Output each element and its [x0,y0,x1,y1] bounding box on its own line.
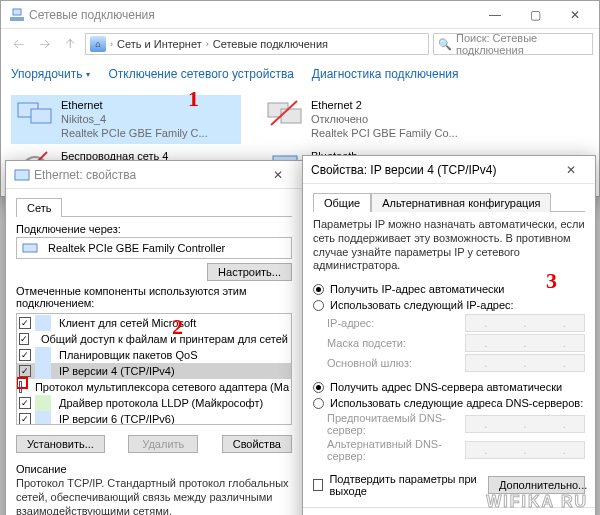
svg-rect-5 [281,109,301,123]
svg-rect-13 [35,315,51,331]
components-list[interactable]: ✓Клиент для сетей Microsoft ✓Общий досту… [16,313,292,425]
svg-rect-16 [35,363,51,379]
ethernet-icon [267,99,303,129]
titlebar[interactable]: Свойства: IP версии 4 (TCP/IPv4) ✕ [303,156,595,184]
svg-rect-1 [13,9,21,15]
ipv4-properties-dialog: Свойства: IP версии 4 (TCP/IPv4) ✕ Общие… [302,155,596,515]
confirm-checkbox[interactable] [313,479,323,491]
checkbox[interactable]: ✓ [19,349,31,361]
conn-name: Ethernet 2 [311,99,458,113]
advanced-button[interactable]: Дополнительно... [488,476,585,494]
dialog-title: Свойства: IP версии 4 (TCP/IPv4) [311,163,551,177]
chevron-down-icon: ▾ [86,70,90,79]
toolbar: Упорядочить▾ Отключение сетевого устройс… [1,59,599,89]
breadcrumb[interactable]: ⌂ › Сеть и Интернет › Сетевые подключени… [85,33,429,55]
forward-button[interactable]: 🡢 [33,33,55,55]
network-icon [9,7,25,23]
close-button[interactable]: ✕ [551,156,591,184]
tab-general[interactable]: Общие [313,193,371,212]
ethernet-properties-dialog: Ethernet: свойства ✕ Сеть Подключение че… [5,160,303,515]
search-input[interactable]: 🔍 Поиск: Сетевые подключения [433,33,593,55]
ip-input: ... [465,314,585,332]
comp-icon [35,315,51,331]
dns1-label: Предпочитаемый DNS-сервер: [327,412,459,436]
dns1-input: ... [465,415,585,433]
configure-button[interactable]: Настроить... [207,263,292,281]
tab-alt-config[interactable]: Альтернативная конфигурация [371,193,551,212]
description-text: Протокол TCP/IP. Стандартный протокол гл… [16,477,292,515]
crumb-2[interactable]: Сетевые подключения [213,38,328,50]
checkbox[interactable]: ✓ [19,365,31,377]
checkbox[interactable]: ✓ [19,333,29,345]
checkbox[interactable]: ✓ [19,413,31,425]
ethernet-icon [17,99,53,129]
svg-rect-18 [35,395,51,411]
nav-row: 🡠 🡢 🡡 ⌂ › Сеть и Интернет › Сетевые подк… [1,29,599,59]
comp-icon [35,395,51,411]
adapter-name: Realtek PCIe GBE Family Controller [48,242,225,254]
window-title: Сетевые подключения [29,8,475,22]
tabstrip: Общие Альтернативная конфигурация [313,192,585,212]
tabstrip: Сеть [16,197,292,217]
dns2-label: Альтернативный DNS-сервер: [327,438,459,462]
network-icon [14,167,30,183]
conn-name: Ethernet [61,99,208,113]
titlebar[interactable]: Сетевые подключения — ▢ ✕ [1,1,599,29]
conn-line3: Realtek PCI GBE Family Co... [311,127,458,141]
dns2-input: ... [465,441,585,459]
search-icon: 🔍 [438,38,452,51]
components-label: Отмеченные компоненты используются этим … [16,285,292,309]
up-button[interactable]: 🡡 [59,33,81,55]
svg-rect-12 [23,244,37,252]
radio-ip-manual[interactable] [313,300,324,311]
comp-icon [35,411,51,425]
back-button[interactable]: 🡠 [7,33,29,55]
adapter-field: Realtek PCIe GBE Family Controller [16,237,292,259]
info-text: Параметры IP можно назначать автоматичес… [313,218,585,273]
search-placeholder: Поиск: Сетевые подключения [456,32,588,56]
radio-ip-auto[interactable] [313,284,324,295]
conn-line2: Nikitos_4 [61,113,208,127]
close-button[interactable]: ✕ [258,161,298,189]
comp-icon [35,363,51,379]
mask-label: Маска подсети: [327,337,459,349]
minimize-button[interactable]: — [475,1,515,29]
annotation-2: 2 [172,314,183,340]
connection-item-ethernet2[interactable]: Ethernet 2 Отключено Realtek PCI GBE Fam… [261,95,491,144]
svg-rect-0 [10,17,24,21]
nic-icon [22,240,38,256]
radio-dns-manual[interactable] [313,398,324,409]
gw-input: ... [465,354,585,372]
checkbox[interactable]: ✓ [19,397,31,409]
svg-rect-15 [35,347,51,363]
titlebar[interactable]: Ethernet: свойства ✕ [6,161,302,189]
checkbox[interactable]: ✓ [19,317,31,329]
properties-button[interactable]: Свойства [222,435,292,453]
chevron-right-icon: › [206,39,209,49]
connect-through-label: Подключение через: [16,223,292,235]
disable-device-button[interactable]: Отключение сетевого устройства [108,67,293,81]
dialog-title: Ethernet: свойства [34,168,258,182]
connection-item-ethernet[interactable]: Ethernet Nikitos_4 Realtek PCIe GBE Fami… [11,95,241,144]
svg-rect-19 [35,411,51,425]
chevron-right-icon: › [110,39,113,49]
uninstall-button: Удалить [128,435,198,453]
comp-icon [35,347,51,363]
gw-label: Основной шлюз: [327,357,459,369]
maximize-button[interactable]: ▢ [515,1,555,29]
annotation-1: 1 [188,86,199,112]
tab-network[interactable]: Сеть [16,198,62,217]
conn-line2: Отключено [311,113,458,127]
close-button[interactable]: ✕ [555,1,595,29]
svg-rect-11 [15,170,29,180]
control-panel-icon: ⌂ [90,36,106,52]
description-title: Описание [16,463,292,475]
crumb-1[interactable]: Сеть и Интернет [117,38,202,50]
install-button[interactable]: Установить... [16,435,105,453]
ip-label: IP-адрес: [327,317,459,329]
annotation-highlight [16,377,28,389]
organize-menu[interactable]: Упорядочить▾ [11,67,90,81]
radio-dns-auto[interactable] [313,382,324,393]
svg-rect-3 [31,109,51,123]
diagnose-button[interactable]: Диагностика подключения [312,67,459,81]
